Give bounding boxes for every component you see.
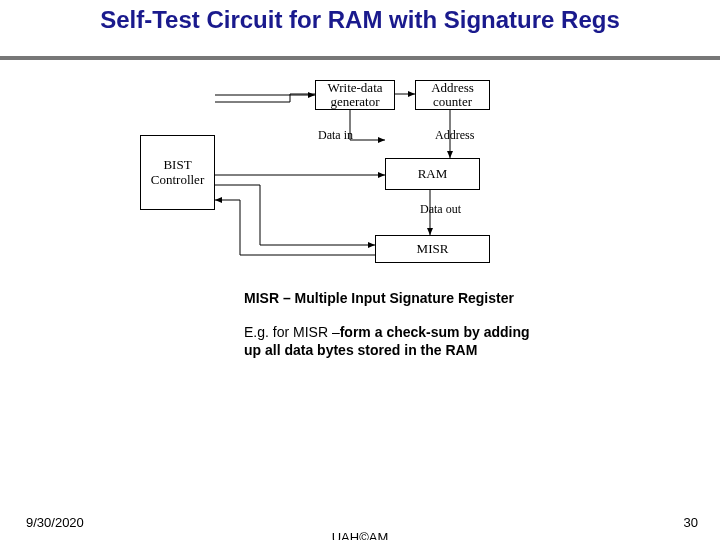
block-bist-controller: BIST Controller bbox=[140, 135, 215, 210]
block-ram: RAM bbox=[385, 158, 480, 190]
misr-example: E.g. for MISR –form a check-sum by addin… bbox=[244, 324, 544, 359]
label-data-in: Data in bbox=[318, 128, 353, 143]
footer-date: 9/30/2020 bbox=[26, 515, 84, 530]
block-diagram: BIST Controller Write-data generator Add… bbox=[140, 80, 560, 275]
page-title: Self-Test Circuit for RAM with Signature… bbox=[0, 0, 720, 34]
misr-definition: MISR – Multiple Input Signature Register bbox=[244, 290, 544, 306]
footer-center: UAH©AM bbox=[0, 530, 720, 540]
block-address-counter: Address counter bbox=[415, 80, 490, 110]
label-data-out: Data out bbox=[420, 202, 461, 217]
notes-block: MISR – Multiple Input Signature Register… bbox=[244, 290, 544, 359]
title-underline bbox=[0, 56, 720, 60]
footer-page-number: 30 bbox=[684, 515, 698, 530]
misr-example-lead: E.g. for MISR – bbox=[244, 324, 340, 340]
label-address: Address bbox=[435, 128, 474, 143]
block-write-data-generator: Write-data generator bbox=[315, 80, 395, 110]
block-misr: MISR bbox=[375, 235, 490, 263]
